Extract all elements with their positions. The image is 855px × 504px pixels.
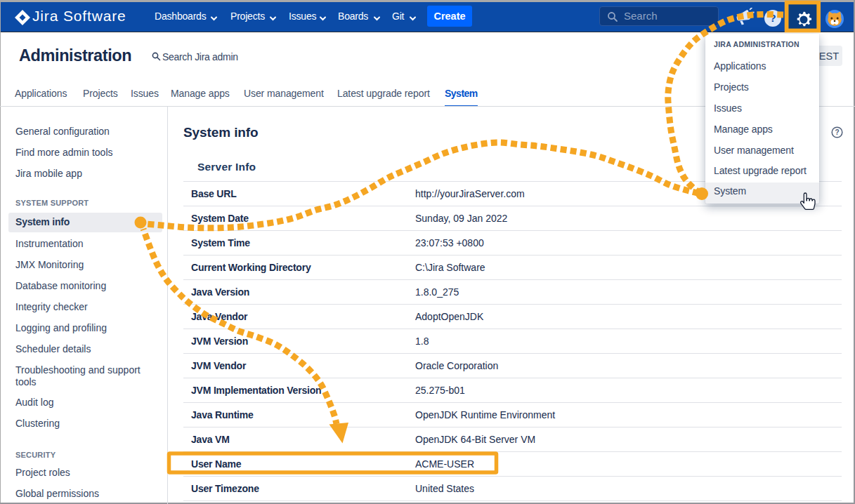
svg-text:?: ?	[835, 128, 839, 136]
